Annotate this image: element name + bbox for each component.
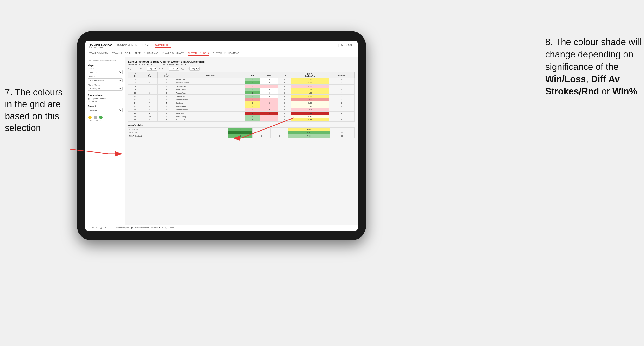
cell-diff: 0.30 — [291, 115, 329, 118]
sub-nav-team-h2h-heatmap[interactable]: TEAM H2H HEATMAP — [134, 51, 158, 56]
table-row: 11 1 1 Heejo Hyun 1 0 0 3.33 3 — [128, 95, 354, 98]
sidebar-colour-by-title: Colour by — [88, 105, 122, 107]
sidebar: Last Updated: 27/03/2024 16:55:38 Player… — [86, 57, 125, 225]
cell-tie: 0 — [278, 81, 291, 85]
toolbar-save-custom[interactable]: 💾 Save Custom View — [131, 227, 149, 229]
cell-tie: 0 — [278, 78, 291, 81]
cell-loss: 1 — [260, 98, 278, 101]
sidebar-division-select[interactable]: NCAA Division III — [88, 78, 122, 82]
cell-opponent: Andrea York — [175, 91, 245, 95]
cell-win: 1 — [245, 95, 260, 98]
toolbar-circle[interactable]: ○ — [110, 226, 112, 229]
cell-tie: 0 — [278, 118, 291, 122]
toolbar-back[interactable]: ↩ — [96, 226, 98, 229]
col-reg: #Reg — [142, 72, 158, 78]
nav-teams[interactable]: TEAMS — [141, 43, 150, 48]
cell-div: 16 — [128, 108, 142, 112]
radio-opponents-played-icon — [88, 98, 90, 100]
toolbar-redo[interactable]: ↪ — [92, 226, 94, 229]
nav-committee[interactable]: COMMITTEE — [155, 43, 171, 48]
cell-tie: 0 — [278, 112, 291, 115]
cell-tie: 0 — [270, 134, 288, 138]
cell-diff: 4.00 — [291, 91, 329, 95]
sub-nav-team-h2h-grid[interactable]: TEAM H2H GRID — [112, 51, 131, 56]
opponent-filter-select[interactable]: (All) — [190, 67, 200, 71]
toolbar-undo[interactable]: ↩ — [88, 226, 90, 229]
conference-filter-label: Conference — [159, 68, 168, 70]
cell-diff: 4.00 — [291, 81, 329, 85]
col-tie: Tie — [278, 72, 291, 78]
sub-nav-player-h2h-grid[interactable]: PLAYER H2H GRID — [188, 51, 209, 56]
sidebar-opponent-view-played[interactable]: Opponents Played — [88, 97, 122, 100]
nav-tournaments[interactable]: TOURNAMENTS — [117, 43, 137, 48]
cell-conf: 4 — [158, 88, 175, 91]
cell-win: 2 — [245, 118, 260, 122]
toolbar-grid[interactable]: ⊞ — [100, 226, 102, 229]
overall-record: Overall Record: 353 - 34 - 6 — [128, 63, 152, 66]
sidebar-player-rank-select[interactable]: 8. Katelyn Vo — [88, 87, 122, 91]
region-filter-select[interactable]: (All) — [147, 67, 157, 71]
out-of-division-table: Foreign Team 1 0 0 4.500 2 NAIA Division… — [128, 127, 354, 138]
sub-nav-team-summary[interactable]: TEAM SUMMARY — [89, 51, 108, 56]
cell-opponent: Alexis Sudjianto — [175, 81, 245, 85]
sidebar-player-title: Player — [88, 64, 122, 67]
cell-loss: 0 — [260, 95, 278, 98]
cell-rounds: 10 — [330, 134, 354, 138]
sidebar-legend: Down Level Up — [88, 116, 122, 121]
cell-win: 4 — [245, 115, 260, 118]
grid-title: Katelyn Vo Head-to-Head Grid for Women's… — [128, 60, 354, 63]
col-win: Win — [245, 72, 260, 78]
table-row: 9 1 4 Sharon Mun 1 0 0 3.67 3 — [128, 88, 354, 91]
sub-nav-player-h2h-heatmap[interactable]: PLAYER H2H HEATMAP — [213, 51, 239, 56]
table-row: 14 7 4 Eunice Yi 2 2 0 0.38 9 — [128, 101, 354, 105]
cell-tie: 0 — [270, 131, 288, 134]
cell-opponent: Esther Lee — [175, 78, 245, 81]
annotation-right: 8. The colour shade will change dependin… — [545, 36, 642, 98]
cell-tie: 0 — [278, 88, 291, 91]
toolbar-view-original[interactable]: 👁 View: Original — [116, 227, 129, 229]
cell-div: 3 — [128, 78, 142, 81]
cell-opponent: Sharon Mun — [175, 88, 245, 91]
cell-conf: 1 — [158, 108, 175, 112]
col-opponent: Opponent — [175, 72, 245, 78]
sub-nav-player-summary[interactable]: PLAYER SUMMARY — [162, 51, 184, 56]
nav-right: | Sign out — [338, 43, 354, 48]
cell-div: 15 — [128, 105, 142, 108]
cell-rounds: 2 — [330, 128, 354, 131]
cell-win: 1 — [245, 88, 260, 91]
toolbar-icon2[interactable]: ⊞ — [166, 227, 167, 229]
cell-diff: -3.00 — [291, 98, 329, 101]
cell-opponent: Foreign Team — [128, 128, 228, 131]
nav-items: TOURNAMENTS TEAMS COMMITTEE — [117, 43, 338, 48]
radio-top100-label: Top 100 — [91, 100, 97, 102]
cell-conf: 5 — [158, 105, 175, 108]
cell-div: 18 — [128, 112, 142, 115]
legend-down-label: Down — [88, 120, 92, 121]
cell-conf: 3 — [158, 85, 175, 88]
cell-win: 0 — [245, 112, 260, 115]
cell-diff: 4.500 — [288, 128, 330, 131]
cell-loss: 0 — [260, 78, 278, 81]
sidebar-colour-by-select[interactable]: Win/loss — [88, 108, 122, 112]
cell-div: 14 — [128, 101, 142, 105]
nav-separator: | — [338, 44, 339, 47]
legend-level: Level — [94, 116, 98, 121]
sidebar-opponent-view-top100[interactable]: Top 100 — [88, 100, 122, 102]
toolbar-watch[interactable]: 👁 Watch ▾ — [151, 227, 160, 229]
sidebar-gender-select[interactable]: Women's — [88, 70, 122, 74]
sidebar-timestamp: Last Updated: 27/03/2024 16:55:38 — [88, 60, 122, 62]
cell-reg: 1 — [142, 85, 158, 88]
toolbar-share[interactable]: Share — [169, 227, 174, 229]
radio-opponents-played-label: Opponents Played — [91, 97, 106, 100]
cell-win: 5 — [228, 134, 252, 138]
cell-win: 0 — [245, 85, 260, 88]
cell-conf: 7 — [158, 118, 175, 122]
cell-diff: -0.94 — [291, 108, 329, 112]
toolbar-icon1[interactable]: ⧉ — [162, 227, 164, 229]
cell-rounds: 4 — [329, 78, 354, 81]
cell-rounds: 4 — [329, 91, 354, 95]
grid-records: Overall Record: 353 - 34 - 6 Division Re… — [128, 63, 354, 66]
toolbar-fwd[interactable]: ↩ — [104, 226, 106, 229]
sign-out-button[interactable]: Sign out — [341, 43, 354, 48]
conference-filter-select[interactable]: (All) — [169, 67, 179, 71]
